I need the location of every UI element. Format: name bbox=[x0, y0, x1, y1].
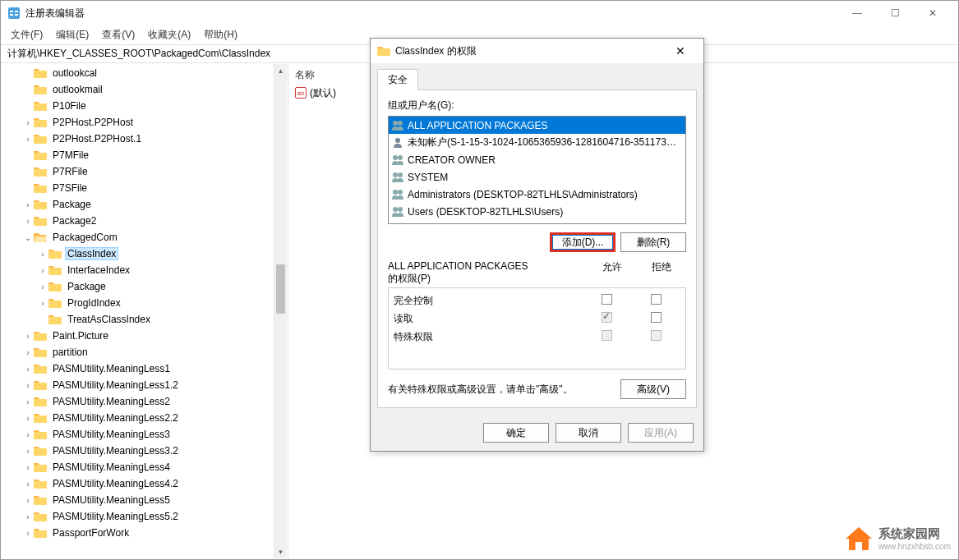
tree-item[interactable]: P7MFile bbox=[1, 147, 288, 163]
user-row[interactable]: CREATOR OWNER bbox=[389, 151, 685, 168]
dialog-close-button[interactable]: ✕ bbox=[664, 44, 697, 57]
tree-item-label: PASMUtility.MeaningLess5 bbox=[50, 493, 173, 507]
ok-button[interactable]: 确定 bbox=[483, 423, 549, 443]
user-row[interactable]: ALL APPLICATION PACKAGES bbox=[389, 117, 685, 134]
tree-item[interactable]: outlookmail bbox=[1, 81, 288, 98]
tree-item[interactable]: ›PASMUtility.MeaningLess4.2 bbox=[1, 475, 288, 492]
folder-icon bbox=[34, 182, 47, 194]
chevron-right-icon[interactable]: › bbox=[22, 430, 34, 439]
tree-item-label: PASMUtility.MeaningLess5.2 bbox=[50, 510, 181, 523]
tree-item[interactable]: TreatAsClassIndex bbox=[1, 311, 288, 328]
tree-item[interactable]: ›PASMUtility.MeaningLess4 bbox=[1, 459, 288, 475]
tree-item[interactable]: ›PASMUtility.MeaningLess3 bbox=[1, 426, 288, 443]
tree-item[interactable]: ›P2PHost.P2PHost.1 bbox=[1, 131, 288, 147]
tree-item[interactable]: ›ClassIndex bbox=[1, 246, 288, 262]
tree-item[interactable]: P10File bbox=[1, 98, 288, 114]
apply-button[interactable]: 应用(A) bbox=[628, 423, 694, 443]
minimize-button[interactable]: — bbox=[838, 1, 876, 25]
user-label: 未知帐户(S-1-15-3-1024-1065365936-1281604716… bbox=[408, 135, 676, 149]
tree-item-label: PASMUtility.MeaningLess3 bbox=[50, 428, 173, 441]
add-button[interactable]: 添加(D)... bbox=[550, 232, 616, 252]
tree-item[interactable]: ›PASMUtility.MeaningLess2 bbox=[1, 393, 288, 410]
tree-item[interactable]: outlookcal bbox=[1, 65, 288, 81]
group-icon bbox=[391, 206, 404, 218]
tree-item-label: PASMUtility.MeaningLess4.2 bbox=[50, 477, 181, 490]
tree-item[interactable]: ›PASMUtility.MeaningLess1 bbox=[1, 360, 288, 377]
tree-item[interactable]: P7SFile bbox=[1, 180, 288, 196]
watermark-url: www.hnzxhbsb.com bbox=[878, 542, 951, 551]
menu-favorites[interactable]: 收藏夹(A) bbox=[141, 26, 197, 44]
user-list[interactable]: ALL APPLICATION PACKAGES未知帐户(S-1-15-3-10… bbox=[388, 116, 686, 224]
folder-icon bbox=[34, 84, 47, 95]
user-row[interactable]: Users (DESKTOP-82TLHLS\Users) bbox=[389, 203, 685, 220]
tree-item[interactable]: ›InterfaceIndex bbox=[1, 262, 288, 278]
menu-edit[interactable]: 编辑(E) bbox=[49, 26, 95, 44]
chevron-right-icon[interactable]: › bbox=[22, 217, 34, 226]
allow-checkbox[interactable] bbox=[602, 294, 612, 305]
tree-item[interactable]: ›PASMUtility.MeaningLess5.2 bbox=[1, 508, 288, 525]
tree-item[interactable]: ›PASMUtility.MeaningLess2.2 bbox=[1, 410, 288, 426]
tree-item-label: PASMUtility.MeaningLess1.2 bbox=[50, 379, 181, 392]
chevron-right-icon[interactable]: › bbox=[22, 118, 34, 127]
chevron-right-icon[interactable]: › bbox=[22, 348, 34, 357]
user-row[interactable]: SYSTEM bbox=[389, 168, 685, 186]
chevron-right-icon[interactable]: › bbox=[22, 135, 34, 144]
tree-item[interactable]: ›PassportForWork bbox=[1, 525, 288, 541]
value-name: (默认) bbox=[310, 86, 336, 100]
tree-item[interactable]: ›Paint.Picture bbox=[1, 328, 288, 344]
advanced-button[interactable]: 高级(V) bbox=[620, 379, 686, 399]
tree-item[interactable]: ›Package bbox=[1, 196, 288, 213]
tree-item[interactable]: ›Package bbox=[1, 278, 288, 295]
deny-checkbox[interactable] bbox=[651, 312, 662, 323]
menu-view[interactable]: 查看(V) bbox=[95, 26, 141, 44]
cancel-button[interactable]: 取消 bbox=[556, 423, 621, 443]
deny-checkbox[interactable] bbox=[651, 294, 662, 305]
chevron-right-icon[interactable]: › bbox=[22, 200, 34, 209]
tree-item[interactable]: ›partition bbox=[1, 344, 288, 360]
chevron-right-icon[interactable]: › bbox=[22, 529, 34, 538]
tree-item[interactable]: P7RFile bbox=[1, 163, 288, 180]
chevron-right-icon[interactable]: › bbox=[22, 414, 34, 423]
chevron-right-icon[interactable]: › bbox=[22, 381, 34, 390]
tree-panel[interactable]: outlookcaloutlookmailP10File›P2PHost.P2P… bbox=[1, 63, 288, 559]
chevron-down-icon[interactable]: ⌄ bbox=[22, 233, 34, 242]
chevron-right-icon[interactable]: › bbox=[22, 447, 34, 456]
tree-item[interactable]: ›PASMUtility.MeaningLess1.2 bbox=[1, 377, 288, 393]
chevron-right-icon[interactable]: › bbox=[22, 496, 34, 505]
user-row[interactable]: Administrators (DESKTOP-82TLHLS\Administ… bbox=[389, 186, 685, 203]
tree-item[interactable]: ›ProgIdIndex bbox=[1, 295, 288, 311]
remove-button[interactable]: 删除(R) bbox=[620, 232, 686, 252]
scroll-thumb[interactable] bbox=[276, 264, 285, 314]
tree-item[interactable]: ⌄PackagedCom bbox=[1, 229, 288, 246]
close-button[interactable]: ✕ bbox=[914, 1, 952, 25]
menu-help[interactable]: 帮助(H) bbox=[197, 26, 244, 44]
menu-file[interactable]: 文件(F) bbox=[4, 26, 49, 44]
user-label: ALL APPLICATION PACKAGES bbox=[408, 120, 548, 131]
chevron-right-icon[interactable]: › bbox=[22, 480, 34, 489]
chevron-right-icon[interactable]: › bbox=[22, 365, 34, 374]
scroll-up-icon[interactable]: ▲ bbox=[274, 64, 287, 77]
tree-item[interactable]: ›PASMUtility.MeaningLess3.2 bbox=[1, 443, 288, 459]
chevron-right-icon[interactable]: › bbox=[37, 250, 48, 259]
tree-item[interactable]: ›P2PHost.P2PHost bbox=[1, 114, 288, 131]
chevron-right-icon[interactable]: › bbox=[22, 463, 34, 472]
maximize-button[interactable]: ☐ bbox=[876, 1, 914, 25]
chevron-right-icon[interactable]: › bbox=[37, 299, 48, 308]
tree-item-label: Paint.Picture bbox=[50, 329, 111, 342]
tree-item-label: PASMUtility.MeaningLess2.2 bbox=[50, 411, 181, 425]
user-row[interactable]: 未知帐户(S-1-15-3-1024-1065365936-1281604716… bbox=[389, 134, 685, 151]
tree-item[interactable]: ›PASMUtility.MeaningLess5 bbox=[1, 492, 288, 508]
chevron-right-icon[interactable]: › bbox=[22, 397, 34, 406]
chevron-right-icon[interactable]: › bbox=[22, 332, 34, 341]
scroll-down-icon[interactable]: ▼ bbox=[274, 545, 287, 558]
tree-item-label: Package bbox=[65, 280, 108, 293]
tab-security[interactable]: 安全 bbox=[377, 69, 418, 90]
perm-for-line1: ALL APPLICATION PACKAGES bbox=[388, 260, 588, 272]
chevron-right-icon[interactable]: › bbox=[22, 512, 34, 521]
group-icon bbox=[391, 189, 404, 200]
chevron-right-icon[interactable]: › bbox=[37, 266, 48, 275]
folder-icon bbox=[34, 527, 47, 539]
chevron-right-icon[interactable]: › bbox=[37, 282, 48, 291]
tree-scrollbar[interactable]: ▲ ▼ bbox=[274, 64, 287, 558]
tree-item[interactable]: ›Package2 bbox=[1, 213, 288, 229]
